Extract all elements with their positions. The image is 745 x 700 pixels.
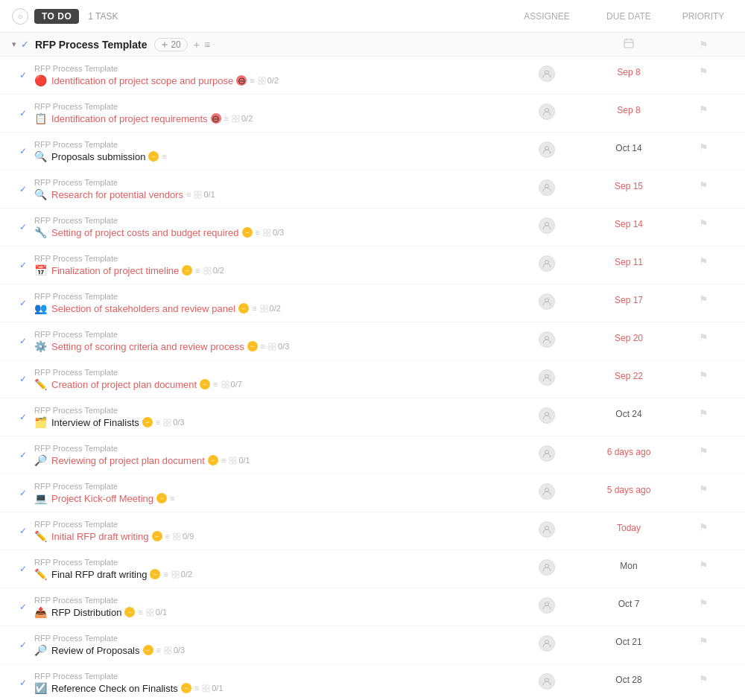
flag-icon[interactable]: ⚑ bbox=[699, 597, 708, 609]
lines-icon[interactable]: ≡ bbox=[252, 304, 256, 313]
avatar[interactable] bbox=[539, 255, 555, 272]
lines-icon[interactable]: ≡ bbox=[194, 684, 199, 693]
due-date-cell[interactable]: Sep 11 bbox=[584, 246, 673, 267]
due-date-cell[interactable]: Oct 7 bbox=[584, 588, 673, 609]
lines-icon[interactable]: ≡ bbox=[221, 456, 226, 465]
flag-icon[interactable]: ⚑ bbox=[699, 141, 708, 153]
add-task-icon[interactable]: + bbox=[194, 39, 200, 51]
due-date-cell[interactable]: Sep 8 bbox=[584, 95, 673, 115]
task-name[interactable]: Setting of project costs and budget requ… bbox=[51, 227, 239, 238]
task-name[interactable]: Proposals submission bbox=[51, 151, 145, 162]
task-checkbox[interactable]: ✓ bbox=[12, 174, 34, 194]
task-checkbox[interactable]: ✓ bbox=[12, 249, 34, 270]
task-name[interactable]: Project Kick-off Meeting bbox=[51, 493, 153, 504]
flag-icon[interactable]: ⚑ bbox=[699, 445, 708, 457]
collapse-button[interactable]: ○ bbox=[12, 8, 28, 25]
task-checkbox[interactable]: ✓ bbox=[12, 363, 34, 384]
flag-icon[interactable]: ⚑ bbox=[699, 293, 708, 305]
task-name[interactable]: Creation of project plan document bbox=[51, 379, 197, 390]
flag-icon[interactable]: ⚑ bbox=[699, 673, 708, 685]
task-checkbox[interactable]: ✓ bbox=[12, 401, 34, 422]
task-checkbox[interactable]: ✓ bbox=[12, 136, 34, 156]
due-date-cell[interactable]: Oct 24 bbox=[584, 398, 673, 419]
lines-icon[interactable]: ≡ bbox=[224, 114, 229, 123]
lines-icon[interactable]: ≡ bbox=[186, 190, 191, 199]
avatar[interactable] bbox=[539, 635, 555, 652]
task-name[interactable]: Reviewing of project plan document bbox=[51, 455, 205, 466]
task-name[interactable]: Review of Proposals bbox=[51, 645, 140, 656]
task-checkbox[interactable]: ✓ bbox=[12, 287, 34, 308]
group-flag-icon[interactable]: ⚑ bbox=[699, 39, 708, 51]
task-name[interactable]: Initial RFP draft writing bbox=[51, 531, 149, 542]
task-checkbox[interactable]: ✓ bbox=[12, 98, 34, 118]
flag-icon[interactable]: ⚑ bbox=[699, 559, 708, 571]
lines-icon[interactable]: ≡ bbox=[256, 228, 260, 237]
avatar[interactable] bbox=[539, 521, 555, 538]
flag-icon[interactable]: ⚑ bbox=[699, 217, 708, 229]
task-name[interactable]: Finalization of project timeline bbox=[51, 265, 179, 276]
lines-icon[interactable]: ≡ bbox=[195, 266, 200, 275]
task-checkbox[interactable]: ✓ bbox=[12, 515, 34, 536]
flag-icon[interactable]: ⚑ bbox=[699, 521, 708, 533]
task-checkbox[interactable]: ✓ bbox=[12, 211, 34, 232]
flag-icon[interactable]: ⚑ bbox=[699, 635, 708, 647]
lines-icon[interactable]: ≡ bbox=[156, 418, 160, 427]
due-date-cell[interactable]: Sep 17 bbox=[584, 284, 673, 305]
avatar[interactable] bbox=[539, 597, 555, 614]
avatar[interactable] bbox=[539, 369, 555, 386]
avatar[interactable] bbox=[539, 407, 555, 424]
flag-icon[interactable]: ⚑ bbox=[699, 331, 708, 343]
lines-icon[interactable]: ≡ bbox=[170, 494, 174, 503]
task-name[interactable]: Selection of stakeholders and review pan… bbox=[51, 303, 235, 314]
task-checkbox[interactable]: ✓ bbox=[12, 667, 34, 688]
due-date-cell[interactable]: Sep 20 bbox=[584, 322, 673, 343]
due-date-cell[interactable]: 5 days ago bbox=[584, 474, 673, 495]
task-name[interactable]: Reference Check on Finalists bbox=[51, 683, 178, 694]
avatar[interactable] bbox=[539, 66, 555, 82]
due-date-cell[interactable]: Oct 14 bbox=[584, 133, 673, 153]
task-name[interactable]: Setting of scoring criteria and review p… bbox=[51, 341, 244, 352]
lines-icon[interactable]: ≡ bbox=[261, 342, 265, 351]
task-checkbox[interactable]: ✓ bbox=[12, 553, 34, 574]
task-name[interactable]: Research for potential vendors bbox=[51, 189, 183, 200]
task-name[interactable]: Final RFP draft writing bbox=[51, 569, 147, 580]
task-name[interactable]: Identification of project requirements bbox=[51, 113, 208, 124]
avatar[interactable] bbox=[539, 559, 555, 576]
task-checkbox[interactable]: ✓ bbox=[12, 325, 34, 346]
avatar[interactable] bbox=[539, 141, 555, 158]
due-date-cell[interactable]: 6 days ago bbox=[584, 436, 673, 457]
flag-icon[interactable]: ⚑ bbox=[699, 369, 708, 381]
lines-icon[interactable]: ≡ bbox=[138, 608, 142, 617]
due-date-cell[interactable]: Today bbox=[584, 512, 673, 533]
flag-icon[interactable]: ⚑ bbox=[699, 179, 708, 191]
avatar[interactable] bbox=[539, 217, 555, 234]
group-check-icon[interactable]: ✓ bbox=[21, 39, 29, 50]
menu-icon[interactable]: ≡ bbox=[204, 39, 210, 51]
due-date-cell[interactable]: Sep 15 bbox=[584, 171, 673, 191]
task-name[interactable]: RFP Distribution bbox=[51, 607, 121, 618]
task-checkbox[interactable]: ✓ bbox=[12, 591, 34, 612]
avatar[interactable] bbox=[539, 483, 555, 500]
due-date-cell[interactable]: Sep 8 bbox=[584, 57, 673, 77]
lines-icon[interactable]: ≡ bbox=[213, 380, 218, 389]
avatar[interactable] bbox=[539, 179, 555, 196]
avatar[interactable] bbox=[539, 673, 555, 690]
lines-icon[interactable]: ≡ bbox=[156, 646, 161, 655]
due-date-cell[interactable]: Oct 21 bbox=[584, 626, 673, 647]
task-checkbox[interactable]: ✓ bbox=[12, 629, 34, 650]
due-date-cell[interactable]: Oct 28 bbox=[584, 664, 673, 685]
flag-icon[interactable]: ⚑ bbox=[699, 483, 708, 495]
due-date-cell[interactable]: Sep 14 bbox=[584, 209, 673, 229]
lines-icon[interactable]: ≡ bbox=[163, 570, 168, 579]
flag-icon[interactable]: ⚑ bbox=[699, 255, 708, 267]
avatar[interactable] bbox=[539, 293, 555, 310]
avatar[interactable] bbox=[539, 445, 555, 462]
task-checkbox[interactable]: ✓ bbox=[12, 477, 34, 498]
flag-icon[interactable]: ⚑ bbox=[699, 66, 708, 77]
lines-icon[interactable]: ≡ bbox=[165, 532, 170, 541]
task-checkbox[interactable]: ✓ bbox=[12, 60, 34, 80]
due-date-cell[interactable]: Mon bbox=[584, 550, 673, 571]
flag-icon[interactable]: ⚑ bbox=[699, 407, 708, 419]
task-name[interactable]: Interview of Finalists bbox=[51, 417, 139, 428]
task-checkbox[interactable]: ✓ bbox=[12, 439, 34, 460]
